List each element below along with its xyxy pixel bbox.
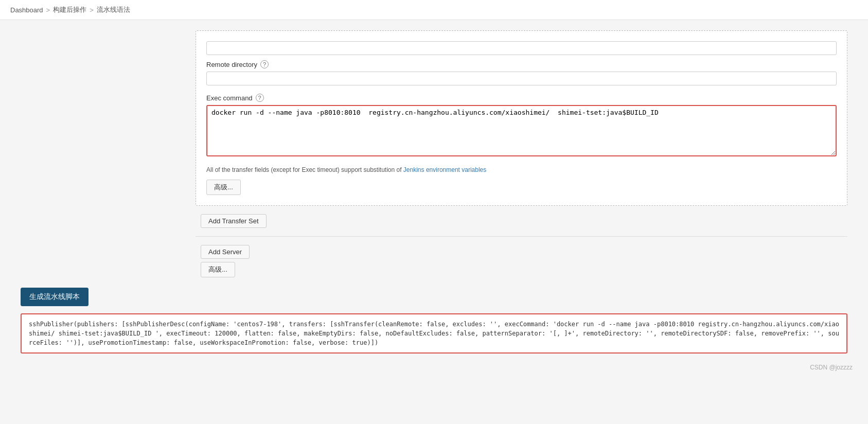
advanced-btn-area: 高级... bbox=[206, 180, 837, 195]
add-transfer-set-area: Add Transfer Set bbox=[196, 214, 847, 228]
breadcrumb-post-build[interactable]: 构建后操作 bbox=[53, 5, 86, 14]
exec-command-label: Exec command ? bbox=[206, 94, 837, 102]
remote-directory-label: Remote directory ? bbox=[206, 60, 837, 68]
add-transfer-set-button[interactable]: Add Transfer Set bbox=[201, 214, 267, 228]
info-text: All of the transfer fields (except for E… bbox=[206, 166, 837, 173]
breadcrumb-sep-1: > bbox=[46, 6, 50, 14]
exec-command-help-icon[interactable]: ? bbox=[256, 94, 264, 102]
advanced-button-1[interactable]: 高级... bbox=[206, 180, 241, 195]
form-section: Remote directory ? Exec command ? All of… bbox=[196, 30, 847, 206]
exec-command-textarea[interactable] bbox=[206, 105, 837, 156]
remote-directory-input[interactable] bbox=[206, 72, 837, 85]
server-buttons-area: Add Server 高级... bbox=[196, 245, 858, 277]
exec-command-group: Exec command ? bbox=[206, 94, 837, 158]
watermark: CSDN @jozzzz bbox=[10, 364, 858, 373]
output-box: sshPublisher(publishers: [sshPublisherDe… bbox=[21, 313, 847, 354]
remote-prefix-group bbox=[206, 41, 837, 55]
generate-btn-area: 生成流水线脚本 bbox=[21, 288, 858, 306]
advanced-button-2[interactable]: 高级... bbox=[201, 262, 235, 277]
section-divider bbox=[196, 236, 847, 237]
remote-directory-group: Remote directory ? bbox=[206, 60, 837, 85]
generate-pipeline-btn[interactable]: 生成流水线脚本 bbox=[21, 288, 88, 306]
breadcrumb-sep-2: > bbox=[90, 6, 94, 14]
add-server-button[interactable]: Add Server bbox=[201, 245, 250, 259]
jenkins-env-vars-link[interactable]: Jenkins environment variables bbox=[403, 166, 486, 173]
breadcrumb: Dashboard > 构建后操作 > 流水线语法 bbox=[0, 0, 868, 20]
breadcrumb-dashboard[interactable]: Dashboard bbox=[10, 6, 43, 14]
breadcrumb-pipeline-syntax: 流水线语法 bbox=[97, 5, 130, 14]
remote-directory-help-icon[interactable]: ? bbox=[260, 60, 269, 68]
remote-prefix-input[interactable] bbox=[206, 41, 837, 55]
output-text: sshPublisher(publishers: [sshPublisherDe… bbox=[29, 321, 839, 346]
main-content: Remote directory ? Exec command ? All of… bbox=[0, 20, 868, 383]
